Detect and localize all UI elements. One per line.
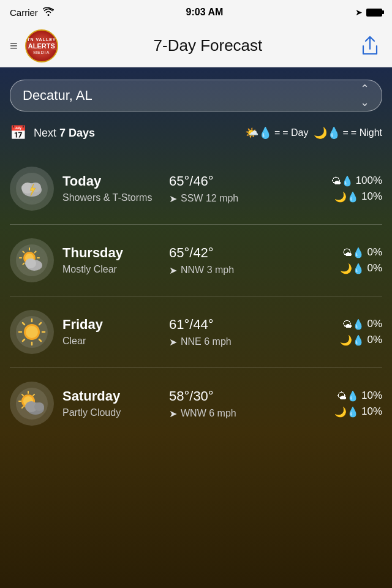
status-time: 9:03 AM xyxy=(186,7,224,18)
forecast-row: Friday Clear 61°/44° ➤ NNE 6 mph 🌤💧 0% 🌙… xyxy=(10,299,382,365)
day-weather: 58°/30° ➤ WNW 6 mph xyxy=(169,388,326,420)
calendar-icon: 📅 xyxy=(10,125,26,141)
day-info: Saturday Partly Cloudy xyxy=(62,388,160,420)
status-bar: Carrier 9:03 AM ➤ xyxy=(0,0,392,24)
wind-arrow-icon: ➤ xyxy=(169,336,177,348)
legend-label: Next 7 Days xyxy=(34,127,95,140)
precip-night-value: 10% xyxy=(361,405,382,418)
location-dropdown[interactable]: Decatur, AL ⌃⌄ xyxy=(10,80,382,111)
precip-day-value: 10% xyxy=(361,390,382,402)
weather-icon xyxy=(10,238,54,282)
precip-night: 🌙💧 0% xyxy=(340,334,382,346)
precip-col: 🌤💧 0% 🌙💧 0% xyxy=(340,246,382,274)
night-legend: 🌙💧 = = Night xyxy=(314,126,382,140)
app-logo: TN VALLEY ALERTS MEDIA xyxy=(25,29,58,62)
day-name: Thursday xyxy=(62,245,160,261)
battery-icon xyxy=(366,9,382,17)
precip-night-value: 0% xyxy=(367,262,382,274)
forecast-row: Saturday Partly Cloudy 58°/30° ➤ WNW 6 m… xyxy=(10,371,382,437)
night-precip-icon: 🌙💧 xyxy=(334,406,359,418)
weather-icon xyxy=(10,310,54,354)
night-precip-icon: 🌙💧 xyxy=(334,191,359,203)
divider xyxy=(10,224,382,225)
main-content: Decatur, AL ⌃⌄ 📅 Next 7 Days 🌤️💧 = = Day… xyxy=(0,67,392,588)
temp-range: 65°/46° xyxy=(169,173,323,189)
wind-info: ➤ NNE 6 mph xyxy=(169,336,331,348)
precip-night: 🌙💧 10% xyxy=(334,190,382,203)
day-name: Saturday xyxy=(62,388,160,404)
precip-day: 🌤💧 100% xyxy=(331,175,382,187)
wind-direction: SSW 12 mph xyxy=(181,193,238,204)
precip-col: 🌤💧 0% 🌙💧 0% xyxy=(340,318,382,346)
precip-night: 🌙💧 10% xyxy=(334,405,382,418)
weather-icon xyxy=(10,382,54,426)
night-precip-icon: 🌙💧 xyxy=(340,334,364,346)
temp-range: 61°/44° xyxy=(169,317,331,333)
location-arrow-icon: ➤ xyxy=(355,7,363,17)
day-legend-label: = Day xyxy=(282,127,308,138)
svg-point-39 xyxy=(34,402,44,411)
day-info: Today Showers & T-Storms xyxy=(62,173,160,205)
location-text: Decatur, AL xyxy=(23,88,360,104)
wind-arrow-icon: ➤ xyxy=(169,265,177,276)
wind-info: ➤ SSW 12 mph xyxy=(169,193,323,205)
wind-direction: NNW 3 mph xyxy=(181,265,234,276)
precip-night-value: 10% xyxy=(361,190,382,203)
night-legend-label: = Night xyxy=(351,127,382,138)
precip-day: 🌤💧 10% xyxy=(337,390,382,402)
wind-arrow-icon: ➤ xyxy=(169,408,177,420)
precip-day: 🌤💧 0% xyxy=(342,246,382,258)
day-precip-icon: 🌤💧 xyxy=(342,247,364,258)
wind-arrow-icon: ➤ xyxy=(169,193,177,205)
header-left: ≡ TN VALLEY ALERTS MEDIA xyxy=(10,29,58,62)
wind-direction: NNE 6 mph xyxy=(181,336,232,347)
precip-night: 🌙💧 0% xyxy=(340,262,382,274)
precip-col: 🌤💧 100% 🌙💧 10% xyxy=(331,175,382,203)
temp-range: 65°/42° xyxy=(169,245,331,261)
night-drop-icon: 🌙💧 xyxy=(314,126,341,140)
night-precip-icon: 🌙💧 xyxy=(340,263,364,274)
day-weather: 65°/46° ➤ SSW 12 mph xyxy=(169,173,323,205)
day-precip-icon: 🌤💧 xyxy=(337,390,359,402)
forecast-row: Today Showers & T-Storms 65°/46° ➤ SSW 1… xyxy=(10,156,382,222)
menu-button[interactable]: ≡ xyxy=(10,38,18,54)
logo-alerts-text: ALERTS xyxy=(26,42,57,50)
page-title: 7-Day Forecast xyxy=(58,36,358,55)
status-left: Carrier xyxy=(10,7,54,18)
day-name: Friday xyxy=(62,317,160,333)
wifi-icon xyxy=(43,7,54,18)
wind-info: ➤ WNW 6 mph xyxy=(169,408,326,420)
weather-icon xyxy=(10,167,54,211)
svg-point-20 xyxy=(26,326,38,338)
divider xyxy=(10,368,382,368)
chevron-updown-icon: ⌃⌄ xyxy=(360,82,369,109)
svg-point-17 xyxy=(25,258,36,268)
day-description: Partly Cloudy xyxy=(62,407,160,420)
carrier-label: Carrier xyxy=(10,7,38,18)
day-name: Today xyxy=(62,173,160,189)
logo-top-text: TN VALLEY xyxy=(27,37,56,42)
day-precip-icon: 🌤💧 xyxy=(342,318,364,330)
day-precip-icon: 🌤💧 xyxy=(331,175,353,187)
precip-night-value: 0% xyxy=(367,334,382,346)
legend-row: 📅 Next 7 Days 🌤️💧 = = Day 🌙💧 = = Night xyxy=(10,125,382,141)
temp-range: 58°/30° xyxy=(169,388,326,404)
day-weather: 61°/44° ➤ NNE 6 mph xyxy=(169,317,331,348)
day-info: Friday Clear xyxy=(62,317,160,348)
day-description: Clear xyxy=(62,335,160,348)
day-legend: 🌤️💧 = = Day xyxy=(245,126,309,140)
precip-day-value: 0% xyxy=(367,318,382,330)
precip-day: 🌤💧 0% xyxy=(342,318,382,330)
precip-day-value: 0% xyxy=(367,246,382,258)
share-button[interactable] xyxy=(358,34,382,58)
forecast-list: Today Showers & T-Storms 65°/46° ➤ SSW 1… xyxy=(10,156,382,437)
wind-info: ➤ NNW 3 mph xyxy=(169,265,331,276)
day-info: Thursday Mostly Clear xyxy=(62,245,160,276)
divider xyxy=(10,296,382,296)
day-weather: 65°/42° ➤ NNW 3 mph xyxy=(169,245,331,276)
day-description: Showers & T-Storms xyxy=(62,192,160,205)
forecast-row: Thursday Mostly Clear 65°/42° ➤ NNW 3 mp… xyxy=(10,227,382,293)
precip-day-value: 100% xyxy=(356,175,382,187)
precip-col: 🌤💧 10% 🌙💧 10% xyxy=(334,390,382,418)
day-description: Mostly Clear xyxy=(62,263,160,276)
